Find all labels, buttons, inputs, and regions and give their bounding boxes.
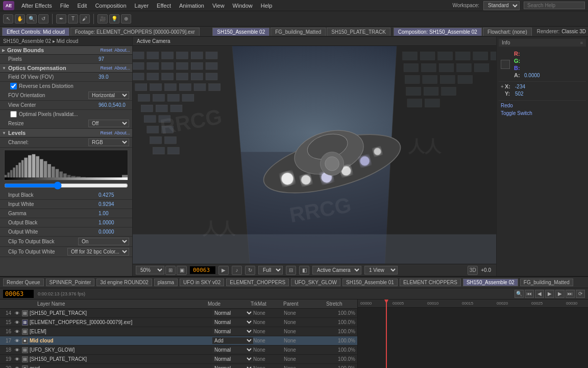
tl-play-end[interactable]: ⏭ xyxy=(566,290,575,298)
tab-flowchart[interactable]: Flowchart: (none) xyxy=(483,28,532,36)
layer-row-20[interactable]: 20 👁 ■ grad Normal None None 100.0% xyxy=(0,364,357,368)
camera-select[interactable]: Active Camera xyxy=(312,266,361,274)
layer-mode-18[interactable]: Normal xyxy=(212,347,253,353)
tab-plate-track[interactable]: SH150_PLATE_TRACK xyxy=(327,28,390,36)
layer-mode-15[interactable]: Normal xyxy=(212,319,253,326)
view-center-value[interactable]: 960.0,540.0 xyxy=(99,102,129,108)
optics-about[interactable]: About... xyxy=(114,65,130,71)
layer-vis-20[interactable]: 👁 xyxy=(13,365,20,369)
levels-reset[interactable]: Reset xyxy=(100,130,112,135)
tl-tab-ufo-sky[interactable]: UFO in SKY v02 xyxy=(180,279,224,286)
toggle-switch-btn[interactable]: Toggle Switch xyxy=(499,109,586,117)
layer-row-16[interactable]: 16 👁 ▤ [ELEM] Normal None None 100.0% xyxy=(0,327,357,336)
layer-vis-14[interactable]: 👁 xyxy=(13,310,20,317)
levels-input-slider[interactable] xyxy=(4,183,128,188)
tab-fg-building[interactable]: FG_building_Matted xyxy=(271,28,326,36)
grow-bounds-about[interactable]: About... xyxy=(114,48,130,53)
tool-rotate[interactable]: ↺ xyxy=(38,14,48,24)
tl-tab-spinner[interactable]: SPINNER_Pointer xyxy=(46,279,95,286)
menu-effect[interactable]: Effect xyxy=(154,2,174,10)
tool-text[interactable]: T xyxy=(68,14,78,24)
tool-camera[interactable]: 🎥 xyxy=(97,14,108,24)
layer-row-18[interactable]: 18 👁 ▤ [UFO_SKY_GLOW] Normal None None 1… xyxy=(0,346,357,355)
tl-play-back[interactable]: ⏮ xyxy=(525,290,534,298)
tl-tab-sh150-01[interactable]: SH150_Assemble 01 xyxy=(342,279,398,286)
tab-effect-controls[interactable]: Effect Controls: Mid cloud xyxy=(2,28,69,36)
menu-window[interactable]: Window xyxy=(230,2,256,10)
menu-edit[interactable]: Edit xyxy=(74,2,90,10)
layer-vis-16[interactable]: 👁 xyxy=(13,328,20,335)
viewport[interactable]: RRCG RRCG 人人 人人 xyxy=(133,46,496,264)
tab-composition-view[interactable]: Composition: SH150_Assemble 02 xyxy=(394,28,482,36)
section-levels[interactable]: ▼ Levels Reset About... xyxy=(0,129,132,137)
tl-tab-element-chop2[interactable]: ELEMENT CHOPPERS xyxy=(400,279,461,286)
tool-hand[interactable]: ✋ xyxy=(15,14,25,24)
input-white-value[interactable]: 0.9294 xyxy=(99,201,129,207)
menu-file[interactable]: File xyxy=(57,2,72,10)
tool-light[interactable]: 💡 xyxy=(109,14,119,24)
layer-row-17[interactable]: 17 👁 ■ Mid cloud Add None None 100.0% xyxy=(0,336,357,346)
tl-tab-plasma[interactable]: plasma xyxy=(154,279,178,286)
levels-about[interactable]: About... xyxy=(114,130,130,135)
layer-mode-20[interactable]: Normal xyxy=(212,365,253,368)
view-count-select[interactable]: 1 View2 Views xyxy=(364,266,398,274)
vc-grid-btn[interactable]: ⊞ xyxy=(165,266,176,275)
layer-mode-16[interactable]: Normal xyxy=(212,328,253,335)
tl-next-frame[interactable]: ▶ xyxy=(555,290,565,298)
optimal-pixels-checkbox[interactable] xyxy=(10,111,17,118)
reverse-lens-checkbox[interactable] xyxy=(10,83,17,89)
menu-animation[interactable]: Animation xyxy=(176,2,207,10)
tool-select[interactable]: ↖ xyxy=(3,14,13,24)
tl-tab-sh150-02[interactable]: SH150_Assemble 02 xyxy=(463,279,518,286)
vc-loop-btn[interactable]: ↻ xyxy=(245,266,255,275)
tl-tab-element-choppers[interactable]: ELEMENT_CHOPPERS xyxy=(226,279,289,286)
tool-zoom[interactable]: 🔍 xyxy=(27,14,37,24)
channel-dropdown[interactable]: RGB xyxy=(88,139,129,146)
clip-output-black-dropdown[interactable]: On xyxy=(78,238,129,245)
layer-vis-17[interactable]: 👁 xyxy=(13,337,20,344)
layer-row-15[interactable]: 15 👁 ▦ [ELEMENT_CHOPPERS_[00000-00079].e… xyxy=(0,318,357,327)
grow-bounds-reset[interactable]: Reset xyxy=(100,48,112,53)
tab-footage[interactable]: Footage: ELEMENT_CHOPPERS [00000-00079].… xyxy=(70,28,200,36)
output-black-value[interactable]: 1.0000 xyxy=(99,220,129,225)
section-optics[interactable]: ▼ Optics Compensation Reset About... xyxy=(0,64,132,73)
tl-tab-fg-building[interactable]: FG_building_Matted xyxy=(520,279,573,286)
vc-safe-btn[interactable]: ▣ xyxy=(177,266,187,275)
vc-audio-btn[interactable]: ♪ xyxy=(232,266,242,275)
tl-tab-3d-engine[interactable]: 3d engine ROUND02 xyxy=(96,279,152,286)
tl-tab-ufo-glow[interactable]: UFO_SKY_GLOW xyxy=(291,279,340,286)
viewport-timecode[interactable]: 00063 xyxy=(190,266,215,274)
tool-brush[interactable]: 🖌 xyxy=(80,14,90,24)
menu-composition[interactable]: Composition xyxy=(92,2,129,10)
tool-pen[interactable]: ✒ xyxy=(56,14,66,24)
resize-dropdown[interactable]: Off xyxy=(88,120,129,127)
pixels-value[interactable]: 97 xyxy=(99,56,129,62)
view-mode-select[interactable]: FullHalf xyxy=(258,266,283,274)
vc-px-ratio[interactable]: ◧ xyxy=(299,266,309,275)
redo-btn[interactable]: Redo xyxy=(499,102,586,109)
search-input[interactable] xyxy=(524,2,585,9)
fov-orientation-dropdown[interactable]: Horizontal xyxy=(88,91,129,99)
tl-tab-render-queue[interactable]: Render Queue xyxy=(3,279,44,286)
clip-output-white-dropdown[interactable]: Off for 32 bpc Color... xyxy=(67,248,129,256)
menu-after-effects[interactable]: After Effects xyxy=(18,2,55,10)
layer-mode-14[interactable]: Normal xyxy=(212,310,253,316)
tl-prev-frame[interactable]: ◀ xyxy=(535,290,544,298)
fov-value[interactable]: 39.0 xyxy=(99,74,129,80)
vc-3d-btn[interactable]: 3D xyxy=(468,266,478,275)
workspace-dropdown[interactable]: Standard xyxy=(483,1,520,10)
zoom-select[interactable]: 50%100%25% xyxy=(136,266,164,274)
menu-help[interactable]: Help xyxy=(258,2,276,10)
tab-comp-sh150[interactable]: SH150_Assemble 02 xyxy=(212,28,270,36)
input-black-value[interactable]: 0.4275 xyxy=(99,192,129,198)
menu-layer[interactable]: Layer xyxy=(132,2,152,10)
layer-vis-15[interactable]: 👁 xyxy=(13,319,20,326)
timeline-ruler[interactable]: 00000 00005 00010 00015 00020 00025 0003… xyxy=(357,300,588,368)
layer-vis-19[interactable]: 👁 xyxy=(13,356,20,363)
layer-row-14[interactable]: 14 👁 ▤ [SH150_PLATE_TRACK] Normal None N… xyxy=(0,309,357,318)
tl-search[interactable]: 🔍 xyxy=(514,290,524,298)
tool-puppet[interactable]: ⊕ xyxy=(121,14,131,24)
optics-reset[interactable]: Reset xyxy=(100,65,112,71)
layer-mode-17[interactable]: Add xyxy=(212,337,253,344)
vc-format-btn[interactable]: ⊟ xyxy=(286,266,296,275)
